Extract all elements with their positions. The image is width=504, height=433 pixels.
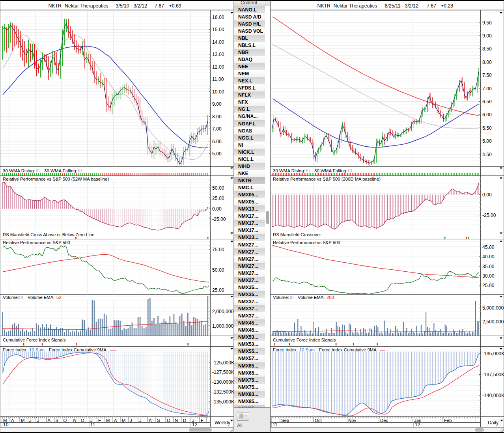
svg-text:-125,000K: -125,000K: [212, 360, 234, 366]
svg-text:Nektar Therapeutics: Nektar Therapeutics: [65, 3, 108, 9]
svg-text:Volume:: Volume:: [3, 295, 19, 300]
svg-text:5.50: 5.50: [482, 125, 492, 131]
svg-text:14.00: 14.00: [212, 39, 224, 45]
svg-text:6.50: 6.50: [482, 99, 492, 105]
svg-text:30 WMA Falling:: 30 WMA Falling:: [44, 168, 77, 173]
svg-text:M: M: [106, 418, 110, 423]
svg-text:Weekly: Weekly: [215, 420, 231, 426]
svg-text:9.00: 9.00: [212, 101, 222, 107]
svg-text:6.00: 6.00: [482, 112, 492, 118]
svg-text:M: M: [21, 418, 24, 423]
svg-text:J: J: [37, 418, 39, 423]
svg-text:8.50: 8.50: [482, 46, 492, 52]
svg-text:5,000,000: 5,000,000: [482, 305, 504, 311]
svg-text:-127,500K: -127,500K: [212, 370, 234, 375]
svg-text:-140,000K: -140,000K: [482, 393, 504, 398]
svg-text:Sep: Sep: [281, 418, 289, 423]
svg-text:8.00: 8.00: [212, 114, 222, 119]
svg-text:O: O: [63, 418, 67, 423]
svg-text:Relative Performance vs S&P 50: Relative Performance vs S&P 500: [273, 240, 340, 245]
svg-text:50.00: 50.00: [212, 185, 224, 191]
svg-text:5.00: 5.00: [482, 138, 492, 144]
svg-text:D: D: [183, 418, 186, 423]
svg-text:2,500,000: 2,500,000: [482, 319, 504, 325]
svg-text:Force Index:: Force Index:: [3, 347, 28, 352]
svg-text:5.00: 5.00: [212, 151, 222, 157]
svg-text:-132,500K: -132,500K: [212, 389, 234, 395]
svg-text:4.50: 4.50: [482, 152, 492, 157]
svg-text:45.00: 45.00: [482, 244, 495, 250]
svg-text:RS Mansfield Cross Above or Be: RS Mansfield Cross Above or Below Zero L…: [3, 232, 94, 237]
svg-text:9.50: 9.50: [482, 20, 492, 26]
svg-text:Nov: Nov: [348, 418, 356, 423]
svg-text:Force Index:: Force Index:: [273, 347, 298, 352]
svg-text:A: A: [11, 418, 14, 423]
svg-text:D: D: [81, 418, 84, 423]
svg-text:-130,000K: -130,000K: [212, 379, 234, 385]
svg-text:30 WMA Rising:: 30 WMA Rising:: [273, 168, 305, 173]
svg-text:12: 12: [192, 422, 198, 427]
svg-text:-25.00: -25.00: [212, 216, 226, 222]
svg-text:-137,500K: -137,500K: [482, 372, 504, 377]
svg-text:15.00: 15.00: [212, 27, 224, 32]
svg-text:RS Mansfield Crossover: RS Mansfield Crossover: [273, 232, 321, 237]
svg-text:8.00: 8.00: [482, 60, 492, 65]
svg-text:A: A: [149, 418, 152, 423]
svg-text:25.00: 25.00: [482, 283, 495, 288]
svg-text:Daily: Daily: [488, 420, 499, 426]
svg-text:7.00: 7.00: [212, 126, 222, 132]
svg-text:S: S: [157, 418, 160, 423]
svg-text:13.00: 13.00: [212, 52, 224, 57]
svg-text:A: A: [114, 418, 117, 423]
svg-text:F: F: [98, 418, 101, 423]
svg-text:F: F: [201, 418, 203, 423]
svg-text:Nektar Therapeutics: Nektar Therapeutics: [334, 3, 377, 9]
svg-text:75.00: 75.00: [212, 247, 224, 252]
svg-text:N: N: [175, 418, 178, 423]
svg-text:7.50: 7.50: [482, 73, 492, 78]
svg-text:Relative Performance vs S&P 50: Relative Performance vs S&P 500: [3, 240, 70, 245]
svg-text:7.00: 7.00: [482, 86, 492, 91]
svg-text:0.00: 0.00: [482, 192, 492, 198]
svg-text:3/5/10 - 3/2/12: 3/5/10 - 3/2/12: [116, 3, 147, 9]
svg-text:Relative Performance vs S&P 50: Relative Performance vs S&P 500 (200D MA…: [273, 177, 381, 181]
svg-text:30 WMA Falling:: 30 WMA Falling:: [314, 168, 347, 173]
svg-text:Dec: Dec: [380, 418, 388, 423]
svg-text:NKTR: NKTR: [49, 3, 62, 9]
svg-text:M: M: [122, 418, 125, 423]
svg-text:Volume EMA:: Volume EMA:: [28, 295, 54, 300]
svg-text:Oct: Oct: [315, 418, 322, 423]
svg-text:Force Index Cumulative 9MA:: Force Index Cumulative 9MA:: [49, 347, 108, 352]
svg-text:11: 11: [273, 422, 278, 427]
svg-text:40.00: 40.00: [482, 254, 495, 259]
svg-text:200: 200: [327, 295, 334, 300]
svg-text:Relative Performance vs S&P 50: Relative Performance vs S&P 500 (52W MA …: [3, 177, 109, 181]
svg-text:7.67: 7.67: [155, 3, 164, 9]
svg-text:52: 52: [56, 295, 62, 300]
svg-text:S: S: [56, 418, 59, 423]
svg-text:7.67: 7.67: [427, 3, 436, 9]
svg-text:2,000,000: 2,000,000: [212, 309, 233, 314]
svg-text:30 WMA Rising:: 30 WMA Rising:: [3, 168, 35, 173]
svg-text:11: 11: [90, 422, 95, 427]
svg-text:Volume:: Volume:: [273, 295, 289, 300]
svg-text:-25.00: -25.00: [482, 213, 496, 218]
svg-text:J: J: [29, 418, 32, 423]
svg-text:Force Index Cumulative 9MA:: Force Index Cumulative 9MA:: [319, 347, 378, 352]
svg-text:10.00: 10.00: [212, 89, 224, 95]
svg-text:10 Sum: 10 Sum: [299, 347, 315, 352]
svg-text:-135,000K: -135,000K: [482, 351, 504, 356]
svg-text:30.00: 30.00: [482, 273, 495, 279]
svg-text:A: A: [48, 418, 51, 423]
svg-text:Volume EMA:: Volume EMA:: [298, 295, 325, 300]
svg-text:+0.69: +0.69: [169, 3, 181, 9]
svg-text:25.00: 25.00: [212, 287, 224, 293]
svg-text:50.00: 50.00: [212, 267, 224, 273]
svg-text:NKTR: NKTR: [317, 3, 331, 9]
svg-text:12.00: 12.00: [212, 64, 224, 70]
svg-text:J: J: [139, 418, 142, 423]
svg-text:10 Sum: 10 Sum: [29, 347, 45, 352]
svg-text:+0.28: +0.28: [441, 3, 453, 9]
svg-text:10: 10: [3, 422, 9, 427]
svg-text:16.00: 16.00: [212, 15, 224, 20]
